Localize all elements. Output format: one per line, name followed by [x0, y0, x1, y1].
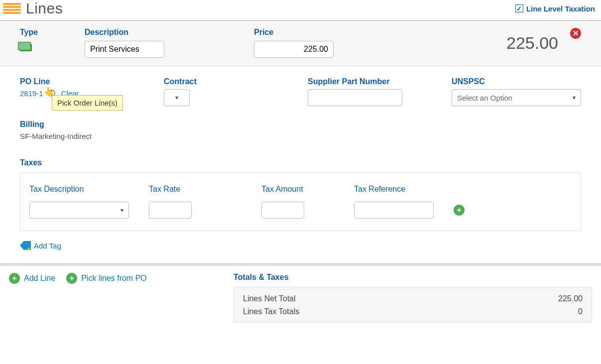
tax-reference-field: Tax Reference — [354, 185, 434, 219]
po-line-link[interactable]: 2819-1 — [20, 89, 43, 98]
po-line-tooltip: Pick Order Line(s) — [52, 95, 123, 111]
unspsc-placeholder: Select an Option — [457, 94, 512, 102]
lines-net-total-row: Lines Net Total 225.00 — [243, 294, 583, 303]
checkbox-checked-icon: ✓ — [515, 4, 523, 12]
po-line-label: PO Line — [20, 77, 164, 86]
add-tag-button[interactable]: Add Tag — [20, 241, 581, 250]
pick-lines-from-po-button[interactable]: + Pick lines from PO — [66, 273, 147, 284]
section-header-left: Lines — [3, 0, 63, 17]
contract-field: Contract ▾ — [164, 77, 308, 106]
type-field: Type — [20, 28, 85, 51]
tax-reference-label: Tax Reference — [354, 185, 434, 194]
add-line-label: Add Line — [24, 274, 55, 283]
tax-amount-field: Tax Amount — [261, 185, 304, 219]
lines-net-total-label: Lines Net Total — [243, 294, 296, 303]
unspsc-field: UNSPSC Select an Option ▾ — [452, 77, 581, 106]
lines-tax-totals-row: Lines Tax Totals 0 — [243, 307, 583, 316]
add-tag-label: Add Tag — [34, 242, 61, 250]
contract-label: Contract — [164, 77, 308, 86]
page-title: Lines — [26, 0, 63, 17]
type-label: Type — [20, 28, 85, 37]
add-tax-button[interactable]: + — [454, 205, 465, 216]
description-label: Description — [85, 28, 254, 37]
chevron-down-icon: ▾ — [120, 207, 123, 214]
tax-amount-input[interactable] — [261, 202, 304, 219]
supplier-part-number-label: Supplier Part Number — [308, 77, 452, 86]
tax-amount-label: Tax Amount — [261, 185, 304, 194]
tax-reference-input[interactable] — [354, 202, 434, 219]
lines-net-total-value: 225.00 — [558, 294, 583, 303]
add-line-button[interactable]: + Add Line — [9, 273, 55, 284]
tax-rate-field: Tax Rate — [149, 185, 192, 219]
lines-section-header: Lines ✓ Line Level Taxation — [0, 0, 601, 21]
tax-description-field: Tax Description ▾ — [29, 185, 129, 219]
plus-circle-icon: + — [66, 273, 77, 284]
unspsc-dropdown[interactable]: Select an Option ▾ — [452, 89, 581, 106]
totals-panel: Totals & Taxes Lines Net Total 225.00 Li… — [234, 273, 592, 323]
tax-description-dropdown[interactable]: ▾ — [29, 202, 129, 219]
description-input[interactable] — [85, 41, 164, 58]
line-detail: PO Line 2819-1 Clear Contract ▾ Supplier… — [0, 66, 601, 254]
chevron-down-icon: ▾ — [573, 94, 576, 101]
supplier-part-number-field: Supplier Part Number — [308, 77, 452, 106]
chevron-down-icon: ▾ — [175, 94, 178, 101]
line-level-taxation-label: Line Level Taxation — [526, 4, 595, 13]
contract-dropdown[interactable]: ▾ — [164, 89, 190, 106]
price-field: Price — [254, 28, 334, 58]
lines-tax-totals-value: 0 — [578, 307, 583, 316]
divider — [0, 263, 601, 266]
tax-description-label: Tax Description — [29, 185, 129, 194]
lines-tax-totals-label: Lines Tax Totals — [243, 307, 299, 316]
plus-circle-icon: + — [9, 273, 20, 284]
line-total: 225.00 — [506, 33, 558, 53]
totals-box: Lines Net Total 225.00 Lines Tax Totals … — [234, 287, 592, 323]
delete-line-button[interactable]: ✕ — [570, 28, 581, 39]
pick-lines-label: Pick lines from PO — [81, 274, 147, 283]
footer: + Add Line + Pick lines from PO Totals &… — [0, 273, 601, 323]
price-input[interactable] — [254, 41, 334, 58]
tag-plus-icon — [20, 241, 31, 250]
supplier-part-number-input[interactable] — [308, 89, 402, 106]
lines-icon — [3, 3, 21, 14]
line-level-taxation-toggle[interactable]: ✓ Line Level Taxation — [515, 4, 595, 13]
price-label: Price — [254, 28, 334, 37]
currency-icon — [20, 44, 32, 51]
totals-title: Totals & Taxes — [234, 273, 592, 282]
tax-rate-label: Tax Rate — [149, 185, 192, 194]
description-field: Description — [85, 28, 254, 58]
billing-field: Billing SF-Marketing-Indirect — [20, 120, 92, 140]
unspsc-label: UNSPSC — [452, 77, 581, 86]
taxes-box: Tax Description ▾ Tax Rate Tax Amount Ta… — [20, 172, 581, 231]
tax-rate-input[interactable] — [149, 202, 192, 219]
taxes-label: Taxes — [20, 158, 581, 167]
line-summary-row: Type Description Price 225.00 ✕ — [0, 21, 601, 66]
billing-label: Billing — [20, 120, 92, 129]
billing-value: SF-Marketing-Indirect — [20, 132, 92, 140]
